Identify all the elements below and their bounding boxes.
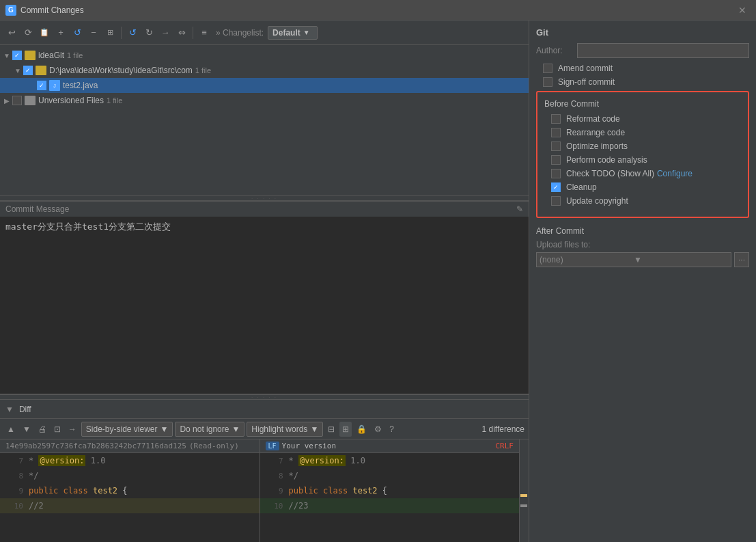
commit-message-header: Commit Message ✎ <box>0 202 529 217</box>
viewer-dropdown-arrow: ▼ <box>160 424 169 434</box>
rearrange-checkbox[interactable] <box>551 128 561 137</box>
analyze-label: Perform code analysis <box>566 155 647 165</box>
viewer-dropdown-label: Side-by-side viewer <box>86 424 158 434</box>
diff-section: · · · · · ▼ Diff ▲ ▼ 🖨 ⊡ → Side-by-side … <box>0 394 529 542</box>
diff-left-hash: 14e99ab2597c736fca7b2863242bc77116dad125 <box>5 442 186 450</box>
tree-item-path[interactable]: ▼ D:\java\ideaWork\study\ideaGit\src\com… <box>0 63 529 78</box>
diff-line-left-8: 8 */ <box>0 468 260 483</box>
configure-link[interactable]: Configure <box>657 169 692 178</box>
tree-item-ideagit[interactable]: ▼ ideaGit 1 file <box>0 48 529 63</box>
checkbox-path[interactable] <box>23 66 33 75</box>
upload-dropdown[interactable]: (none) ▼ <box>536 252 731 267</box>
diff-down-button[interactable]: ▼ <box>20 422 33 437</box>
ignore-dropdown-arrow: ▼ <box>232 424 240 434</box>
help-button[interactable]: ? <box>387 422 397 437</box>
window-title: Commit Changes <box>20 5 84 15</box>
tree-item-unversioned[interactable]: ▶ Unversioned Files 1 file <box>0 93 529 108</box>
align-button[interactable]: ⊟ <box>325 422 337 437</box>
diff-toolbar: ▲ ▼ 🖨 ⊡ → Side-by-side viewer ▼ Do not i… <box>0 419 529 439</box>
amend-checkbox[interactable] <box>543 64 552 73</box>
upload-more-button[interactable]: ··· <box>734 252 749 267</box>
reformat-checkbox[interactable] <box>551 114 561 124</box>
diff-print-button[interactable]: 🖨 <box>36 422 49 437</box>
more-button[interactable]: ≡ <box>197 25 212 40</box>
commit-message-section: Commit Message ✎ master分支只合并test1分支第二次提交 <box>0 201 529 394</box>
diff-up-button[interactable]: ▲ <box>4 422 18 437</box>
sep1 <box>121 27 122 39</box>
version-label: Your version <box>282 442 336 450</box>
analyze-row: Perform code analysis <box>544 155 741 165</box>
refresh-button[interactable]: ⟳ <box>20 25 36 40</box>
scrollbar-marker-2 <box>520 504 527 507</box>
tree-count-ideagit: 1 file <box>67 51 83 59</box>
diff-line-right-9: 9 public class test2 { <box>260 483 520 498</box>
viewer-dropdown[interactable]: Side-by-side viewer ▼ <box>81 422 173 437</box>
commit-message-icon[interactable]: ✎ <box>516 204 523 214</box>
side-by-side-button[interactable]: ⊞ <box>339 422 352 437</box>
optimize-row: Optimize imports <box>544 141 741 151</box>
author-row: Author: <box>536 43 749 58</box>
tree-item-test2[interactable]: ▶ J test2.java <box>0 78 529 93</box>
optimize-label: Optimize imports <box>566 141 628 151</box>
lock-button[interactable]: 🔒 <box>354 422 369 437</box>
signoff-checkbox[interactable] <box>543 77 552 87</box>
rollback-button[interactable]: ↺ <box>70 25 85 40</box>
after-commit-section: After Commit Upload files to: (none) ▼ ·… <box>536 226 749 267</box>
changelist-dropdown[interactable]: Default ▼ <box>268 26 318 40</box>
diff-line-right-8: 8 */ <box>260 468 520 483</box>
expand-icon-path: ▼ <box>14 66 22 74</box>
lf-badge: LF <box>266 442 279 450</box>
local-changes-button[interactable]: 📋 <box>37 25 52 40</box>
checkbox-test2[interactable] <box>37 81 46 90</box>
redo-button[interactable]: ↻ <box>141 25 156 40</box>
todo-checkbox[interactable] <box>551 169 561 178</box>
folder-icon-ideagit <box>25 51 36 60</box>
diff-move-button[interactable]: → <box>66 422 79 437</box>
diff-right-pane: LF Your version CRLF 7 * @version: 1.0 <box>260 439 520 542</box>
diff-expand-button[interactable]: ⊡ <box>51 422 64 437</box>
diff-left-readonly: (Read-only) <box>189 442 239 450</box>
sep2 <box>193 27 193 39</box>
diff-title: Diff <box>19 405 31 414</box>
add-button[interactable]: + <box>53 25 68 40</box>
settings-button[interactable]: ⚙ <box>372 422 384 437</box>
cleanup-row: Cleanup <box>544 182 741 192</box>
crlf-badge: CRLF <box>496 442 514 450</box>
toolbar: ↩ ⟳ 📋 + ↺ − ⊞ ↺ ↻ → ⇔ ≡ » Changelist: De… <box>0 21 529 45</box>
tree-count-unversioned: 1 file <box>107 96 122 105</box>
diff-line-right-10: 10 //23 <box>260 498 520 513</box>
tree-label-unversioned: Unversioned Files <box>38 96 104 105</box>
expand-icon-ideagit: ▼ <box>3 51 11 59</box>
diff-scrollbar[interactable] <box>519 439 529 542</box>
checkbox-ideagit[interactable] <box>12 51 22 60</box>
upload-row: (none) ▼ ··· <box>536 252 749 267</box>
highlight-dropdown[interactable]: Highlight words ▼ <box>247 422 323 437</box>
diff-button[interactable]: ⊞ <box>102 25 117 40</box>
app-icon: G <box>5 5 16 16</box>
remove-button[interactable]: − <box>86 25 101 40</box>
resize-handle-1[interactable]: · · · · · <box>0 195 529 201</box>
diff-expand-icon[interactable]: ▼ <box>5 405 14 414</box>
move-button[interactable]: → <box>158 25 173 40</box>
close-button[interactable]: ✕ <box>734 3 751 17</box>
resize-handle-2[interactable]: · · · · · <box>0 394 529 400</box>
highlight-dropdown-arrow: ▼ <box>310 424 318 434</box>
commit-message-input[interactable]: master分支只合并test1分支第二次提交 <box>0 217 529 394</box>
right-panel: Git Author: Amend commit Sign-off commit… <box>529 21 756 542</box>
analyze-checkbox[interactable] <box>551 155 561 165</box>
changelist-arrow: ▼ <box>303 29 310 36</box>
checkbox-unversioned[interactable] <box>12 96 22 105</box>
cleanup-checkbox[interactable] <box>551 182 561 192</box>
copyright-row: Update copyright <box>544 196 741 206</box>
ignore-dropdown[interactable]: Do not ignore ▼ <box>175 422 244 437</box>
copyright-checkbox[interactable] <box>551 196 561 206</box>
commit-message-label: Commit Message <box>5 204 69 214</box>
scrollbar-marker-1 <box>520 494 527 497</box>
navigate-back-button[interactable]: ↩ <box>4 25 19 40</box>
title-bar: G Commit Changes ✕ <box>0 0 756 21</box>
optimize-checkbox[interactable] <box>551 141 561 151</box>
expand-button[interactable]: ⇔ <box>174 25 189 40</box>
undo-button[interactable]: ↺ <box>125 25 140 40</box>
before-commit-box: Before Commit Reformat code Rearrange co… <box>536 91 749 218</box>
author-input[interactable] <box>577 43 749 58</box>
